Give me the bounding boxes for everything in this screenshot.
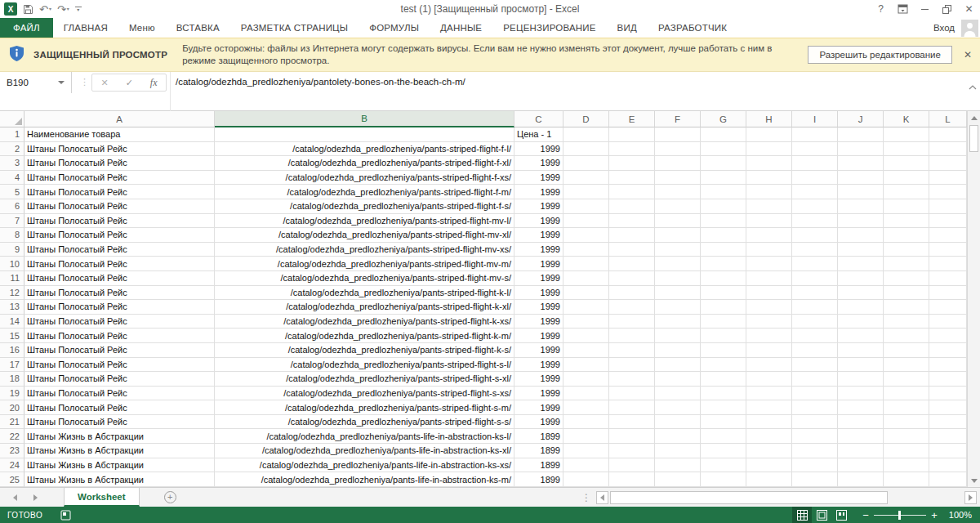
- cell-H2[interactable]: [746, 142, 792, 157]
- cell-K4[interactable]: [884, 171, 929, 186]
- sign-in-area[interactable]: Вход: [933, 18, 980, 38]
- cell-A8[interactable]: Штаны Полосатый Рейс: [24, 228, 215, 243]
- row-header-6[interactable]: 6: [0, 199, 24, 214]
- cell-B1[interactable]: [215, 127, 514, 142]
- cell-G16[interactable]: [701, 343, 746, 358]
- cell-J17[interactable]: [838, 358, 884, 373]
- cell-H4[interactable]: [746, 171, 792, 186]
- cell-J10[interactable]: [838, 257, 884, 271]
- restore-button[interactable]: [936, 0, 958, 18]
- row-header-18[interactable]: 18: [0, 372, 24, 387]
- cell-C13[interactable]: 1999: [514, 300, 564, 315]
- cell-E20[interactable]: [609, 400, 655, 415]
- name-box[interactable]: B190: [0, 72, 72, 93]
- cell-E7[interactable]: [609, 214, 655, 229]
- row-header-14[interactable]: 14: [0, 315, 24, 329]
- cell-H11[interactable]: [746, 271, 792, 286]
- cell-K15[interactable]: [884, 329, 929, 343]
- row-header-10[interactable]: 10: [0, 257, 24, 271]
- cell-G23[interactable]: [701, 444, 746, 458]
- cell-L13[interactable]: [929, 300, 967, 315]
- cell-E3[interactable]: [609, 156, 655, 171]
- select-all-corner[interactable]: [0, 111, 24, 127]
- cell-A1[interactable]: Наименование товара: [24, 127, 215, 142]
- row-header-21[interactable]: 21: [0, 415, 24, 430]
- tab-worksheet[interactable]: Worksheet: [64, 488, 140, 507]
- cell-G4[interactable]: [701, 171, 746, 186]
- cell-A3[interactable]: Штаны Полосатый Рейс: [24, 156, 215, 171]
- cell-I12[interactable]: [792, 286, 838, 301]
- cell-B22[interactable]: /catalog/odezhda_predlozheniya/pants-lif…: [215, 429, 514, 444]
- cell-L16[interactable]: [929, 343, 967, 358]
- cell-K12[interactable]: [884, 286, 929, 301]
- cell-H20[interactable]: [746, 400, 792, 415]
- cell-I11[interactable]: [792, 271, 838, 286]
- cell-L18[interactable]: [929, 372, 967, 387]
- cell-G21[interactable]: [701, 415, 746, 430]
- cell-F4[interactable]: [655, 171, 701, 186]
- cell-D3[interactable]: [564, 156, 609, 171]
- cell-F11[interactable]: [655, 271, 701, 286]
- cell-F1[interactable]: [655, 127, 701, 142]
- cell-E8[interactable]: [609, 228, 655, 243]
- horizontal-scrollbar-thumb[interactable]: [610, 491, 888, 504]
- cell-H10[interactable]: [746, 257, 792, 271]
- cell-B9[interactable]: /catalog/odezhda_predlozheniya/pants-str…: [215, 243, 514, 257]
- tab-home[interactable]: ГЛАВНАЯ: [53, 18, 118, 38]
- cell-D15[interactable]: [564, 329, 609, 343]
- scroll-left-icon[interactable]: [596, 491, 608, 504]
- cell-A15[interactable]: Штаны Полосатый Рейс: [24, 329, 215, 343]
- vertical-scrollbar-thumb[interactable]: [969, 125, 978, 152]
- column-header-F[interactable]: F: [655, 111, 701, 127]
- tab-data[interactable]: ДАННЫЕ: [430, 18, 492, 38]
- cell-A12[interactable]: Штаны Полосатый Рейс: [24, 286, 215, 301]
- cell-E22[interactable]: [609, 429, 655, 444]
- cell-B25[interactable]: /catalog/odezhda_predlozheniya/pants-lif…: [215, 472, 514, 487]
- cell-E6[interactable]: [609, 199, 655, 214]
- cell-I3[interactable]: [792, 156, 838, 171]
- cell-B14[interactable]: /catalog/odezhda_predlozheniya/pants-str…: [215, 315, 514, 329]
- cell-B21[interactable]: /catalog/odezhda_predlozheniya/pants-str…: [215, 415, 514, 430]
- cell-C11[interactable]: 1999: [514, 271, 564, 286]
- page-layout-view-button[interactable]: [812, 507, 831, 523]
- cell-B18[interactable]: /catalog/odezhda_predlozheniya/pants-str…: [215, 372, 514, 387]
- cell-K24[interactable]: [884, 458, 929, 473]
- cell-C1[interactable]: Цена - 1: [514, 127, 564, 142]
- cell-K23[interactable]: [884, 444, 929, 458]
- cell-A2[interactable]: Штаны Полосатый Рейс: [24, 142, 215, 157]
- cell-C14[interactable]: 1999: [514, 315, 564, 329]
- tab-menu[interactable]: Меню: [118, 18, 166, 38]
- cell-L2[interactable]: [929, 142, 967, 157]
- cell-L5[interactable]: [929, 185, 967, 199]
- cell-F20[interactable]: [655, 400, 701, 415]
- cell-F13[interactable]: [655, 300, 701, 315]
- row-header-2[interactable]: 2: [0, 142, 24, 157]
- sign-in-label[interactable]: Вход: [933, 23, 955, 33]
- column-header-C[interactable]: C: [514, 111, 564, 127]
- cell-L10[interactable]: [929, 257, 967, 271]
- redo-caret-icon[interactable]: ▾: [67, 7, 69, 11]
- cell-D2[interactable]: [564, 142, 609, 157]
- cell-B24[interactable]: /catalog/odezhda_predlozheniya/pants-lif…: [215, 458, 514, 473]
- cell-H21[interactable]: [746, 415, 792, 430]
- scroll-right-icon[interactable]: [964, 491, 977, 504]
- cell-K5[interactable]: [884, 185, 929, 199]
- cell-K6[interactable]: [884, 199, 929, 214]
- cell-B12[interactable]: /catalog/odezhda_predlozheniya/pants-str…: [215, 286, 514, 301]
- cell-J9[interactable]: [838, 243, 884, 257]
- cell-H8[interactable]: [746, 228, 792, 243]
- cell-E14[interactable]: [609, 315, 655, 329]
- tab-insert[interactable]: ВСТАВКА: [166, 18, 230, 38]
- cell-G7[interactable]: [701, 214, 746, 229]
- cell-F21[interactable]: [655, 415, 701, 430]
- cell-L14[interactable]: [929, 315, 967, 329]
- cell-J1[interactable]: [838, 127, 884, 142]
- tab-formulas[interactable]: ФОРМУЛЫ: [359, 18, 430, 38]
- cell-C3[interactable]: 1999: [514, 156, 564, 171]
- minimize-button[interactable]: [914, 0, 936, 18]
- cell-F5[interactable]: [655, 185, 701, 199]
- cell-C20[interactable]: 1999: [514, 400, 564, 415]
- cell-K13[interactable]: [884, 300, 929, 315]
- cell-E9[interactable]: [609, 243, 655, 257]
- cell-J16[interactable]: [838, 343, 884, 358]
